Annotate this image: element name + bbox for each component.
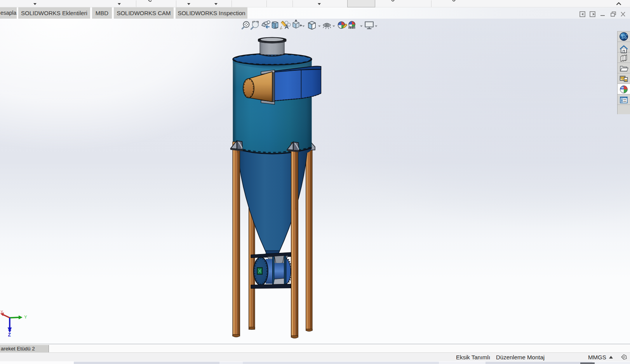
svg-text:Y: Y bbox=[24, 315, 27, 319]
svg-text:X: X bbox=[0, 310, 3, 314]
svg-text:Z: Z bbox=[8, 332, 11, 338]
